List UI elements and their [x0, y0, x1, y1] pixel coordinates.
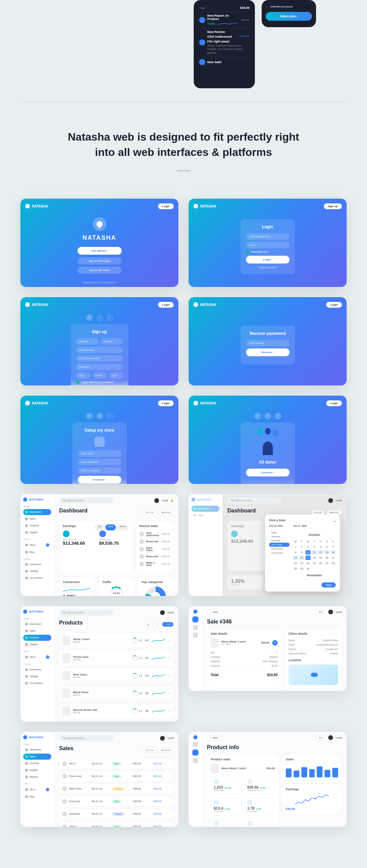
sales-row[interactable]: Black PantsSat 24 JulPending+$49.00+$49.… [59, 783, 174, 794]
sales-row[interactable]: Alex P.Sat 24 JulPaid+$19.00+$19.00 [59, 758, 174, 769]
email-input[interactable]: Email address [76, 347, 123, 353]
product-row[interactable]: Blue Jeans$29.004.2234⋯ [59, 668, 174, 684]
date-to[interactable]: Sat 24 Jul [158, 748, 174, 753]
back-button[interactable]: ‹ Back [207, 735, 222, 740]
category-select[interactable]: Select a category [78, 467, 121, 474]
sidebar-item-dashboard[interactable]: Dashboard [23, 747, 51, 753]
day[interactable]: 28 [331, 561, 336, 565]
day[interactable]: 24 [305, 561, 311, 565]
email-input[interactable]: Email address [246, 340, 290, 346]
back-button[interactable]: ‹ Back [207, 610, 222, 615]
avatar[interactable] [328, 610, 333, 614]
avatar[interactable] [154, 498, 159, 503]
avatar[interactable] [160, 736, 165, 741]
date-to[interactable]: Sat 24 Jul [158, 510, 174, 515]
sidebar-item-settings[interactable]: Settings [23, 568, 51, 574]
sidebar-item-sales[interactable]: Sales [23, 516, 51, 522]
day[interactable]: 1 [293, 545, 298, 549]
lastname-input[interactable]: Romano [101, 338, 123, 345]
toggle-month[interactable]: Month [117, 524, 128, 530]
sales-row[interactable]: White TSat 24 JulPaid+$29.00+$29.00 [59, 821, 174, 827]
search-input[interactable]: 🔍 Search a product [59, 498, 113, 504]
day[interactable]: 13 [324, 550, 329, 555]
phone-input[interactable]: (+1) Phone number [76, 355, 123, 362]
select-plan-button[interactable]: Select plan › [266, 12, 312, 21]
day-select[interactable]: Day [76, 372, 90, 379]
day-selected[interactable]: 17 [305, 556, 311, 560]
day[interactable]: 15 [293, 556, 298, 560]
sales-row[interactable]: Phone caseSat 24 JulPaid+$21.00+$21.00 [59, 771, 174, 782]
avatar[interactable] [328, 498, 333, 503]
sidebar-item-premium[interactable]: Go premium [23, 575, 51, 581]
login-button[interactable]: Login [158, 203, 174, 209]
quick-yesterday[interactable]: Yesterday [269, 535, 290, 539]
sidebar-item-extensions[interactable]: Extensions [23, 667, 51, 673]
quick-today[interactable]: Today [269, 530, 290, 535]
day[interactable]: 26 [318, 561, 323, 565]
add-icon[interactable]: + [272, 640, 278, 646]
search-input[interactable]: 🔍 Search a product [227, 498, 282, 504]
bell-icon[interactable]: 🔔 [171, 499, 174, 502]
day[interactable]: 22 [293, 561, 298, 565]
more-icon[interactable]: ⋯ [168, 692, 171, 695]
day[interactable]: 23 [299, 561, 304, 565]
twitter-signup-button[interactable]: Sign up with Twitter [77, 267, 122, 274]
year-select[interactable]: Year [109, 372, 123, 379]
day[interactable]: 14 [331, 550, 336, 555]
quick-14days[interactable]: Last 14 Days [269, 547, 290, 551]
day[interactable]: 7 [331, 545, 336, 549]
day[interactable]: 5 [318, 545, 323, 549]
sidebar-item-insights[interactable]: Insights [23, 641, 51, 648]
day[interactable]: 16 [299, 556, 304, 560]
search-input[interactable]: 🔍 Search a product [59, 610, 113, 616]
sale-item[interactable]: Black Pants+$59.00 [139, 545, 170, 553]
more-icon[interactable]: ⋯ [168, 709, 171, 712]
day[interactable]: 3 [305, 545, 311, 549]
sidebar-item[interactable]: Sales [191, 512, 220, 519]
day[interactable]: 12 [318, 550, 323, 555]
email-input[interactable]: natasha@store.com [246, 233, 290, 240]
date-from[interactable]: Fri 1 Jul [143, 748, 156, 753]
month-select[interactable]: Month [92, 372, 107, 379]
day[interactable]: 6 [324, 545, 329, 549]
day[interactable]: 9 [299, 550, 304, 555]
quick-7days[interactable]: Last 7 Days [269, 543, 290, 547]
checkbox-icon[interactable] [246, 250, 249, 254]
continue-button[interactable]: Continue › [246, 469, 290, 476]
sidebar-item-insights[interactable]: Insights [23, 767, 51, 773]
day[interactable]: 11 [312, 550, 317, 555]
recover-submit-button[interactable]: Recover › [246, 348, 290, 356]
login-button[interactable]: Login [158, 400, 174, 406]
more-icon[interactable]: ⋯ [168, 656, 171, 659]
filter-button[interactable]: ⊞ [144, 622, 152, 627]
quick-thisweek[interactable]: This week [269, 539, 290, 543]
search-input[interactable]: 🔍 Search a product [59, 735, 113, 741]
date-from[interactable]: Fri 1 Jul [311, 510, 325, 515]
day[interactable]: 30 [299, 566, 304, 571]
storename-input[interactable]: Store name [78, 450, 121, 457]
edit-button[interactable]: Edit [316, 735, 325, 740]
nav-icon[interactable] [193, 758, 198, 763]
day[interactable]: 8 [293, 550, 298, 555]
day[interactable]: 2 [299, 545, 304, 549]
sidebar-item-blog[interactable]: Blog [23, 549, 51, 555]
login-button[interactable]: Login [158, 302, 174, 308]
product-row[interactable]: Black Pants$49.004.5356⋯ [59, 686, 174, 701]
avatar[interactable] [160, 610, 165, 615]
product-row[interactable]: Women Brown Hat$29.004.2356⋯ [59, 703, 174, 719]
nav-icon[interactable] [192, 749, 198, 756]
product-row[interactable]: Phone Case$19.004.3245⋯ [59, 650, 174, 666]
forgot-password-link[interactable]: Forgot password? [246, 266, 290, 269]
nav-icon[interactable] [192, 616, 198, 622]
product-row[interactable]: Gray Sweatshirt$39.004.4245⋯ [59, 721, 174, 722]
checkbox-icon[interactable] [76, 381, 80, 384]
date-from[interactable]: Fri 1 Jul [143, 510, 156, 515]
day[interactable]: 29 [293, 566, 298, 571]
day[interactable]: 25 [312, 561, 317, 565]
sidebar-item-blog[interactable]: Blog [23, 794, 51, 800]
signup-button[interactable]: Sign up [324, 203, 342, 209]
day[interactable]: 31 [305, 566, 311, 571]
more-icon[interactable]: ⋯ [168, 674, 171, 677]
login-button[interactable]: Login [326, 302, 342, 308]
location-map[interactable] [289, 665, 338, 685]
